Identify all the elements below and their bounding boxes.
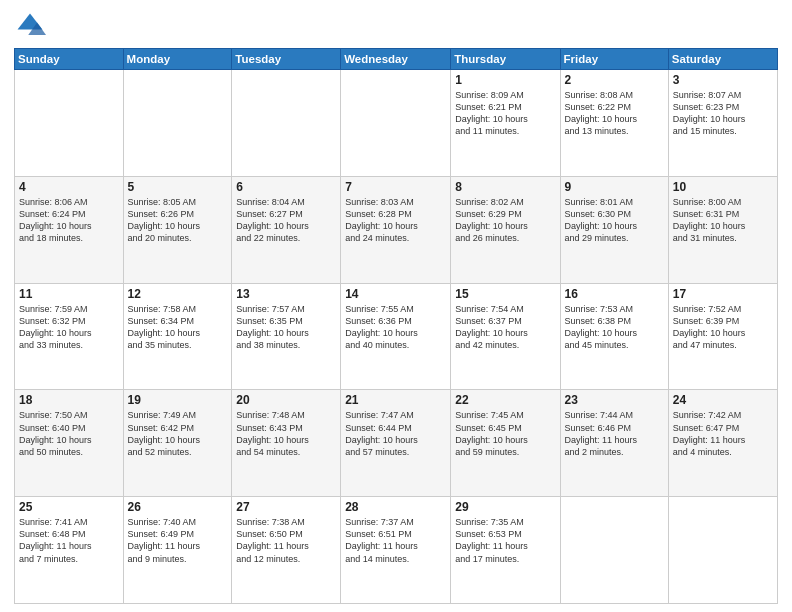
day-number: 27 [236,500,336,514]
day-number: 11 [19,287,119,301]
day-number: 1 [455,73,555,87]
day-number: 8 [455,180,555,194]
calendar-cell [15,70,124,177]
calendar-cell [232,70,341,177]
calendar-cell: 18Sunrise: 7:50 AM Sunset: 6:40 PM Dayli… [15,390,124,497]
calendar-table: SundayMondayTuesdayWednesdayThursdayFrid… [14,48,778,604]
day-info: Sunrise: 7:37 AM Sunset: 6:51 PM Dayligh… [345,516,446,565]
calendar-cell: 5Sunrise: 8:05 AM Sunset: 6:26 PM Daylig… [123,176,232,283]
day-info: Sunrise: 7:57 AM Sunset: 6:35 PM Dayligh… [236,303,336,352]
calendar-cell: 21Sunrise: 7:47 AM Sunset: 6:44 PM Dayli… [341,390,451,497]
calendar-cell: 4Sunrise: 8:06 AM Sunset: 6:24 PM Daylig… [15,176,124,283]
logo-icon [14,10,46,42]
day-info: Sunrise: 7:52 AM Sunset: 6:39 PM Dayligh… [673,303,773,352]
calendar-cell [123,70,232,177]
day-number: 3 [673,73,773,87]
day-number: 22 [455,393,555,407]
day-number: 28 [345,500,446,514]
day-info: Sunrise: 8:08 AM Sunset: 6:22 PM Dayligh… [565,89,664,138]
day-info: Sunrise: 8:05 AM Sunset: 6:26 PM Dayligh… [128,196,228,245]
week-row-5: 25Sunrise: 7:41 AM Sunset: 6:48 PM Dayli… [15,497,778,604]
day-info: Sunrise: 8:04 AM Sunset: 6:27 PM Dayligh… [236,196,336,245]
logo [14,10,50,42]
day-number: 19 [128,393,228,407]
day-info: Sunrise: 7:45 AM Sunset: 6:45 PM Dayligh… [455,409,555,458]
calendar-cell: 12Sunrise: 7:58 AM Sunset: 6:34 PM Dayli… [123,283,232,390]
day-number: 25 [19,500,119,514]
day-info: Sunrise: 7:41 AM Sunset: 6:48 PM Dayligh… [19,516,119,565]
day-number: 26 [128,500,228,514]
calendar-body: 1Sunrise: 8:09 AM Sunset: 6:21 PM Daylig… [15,70,778,604]
calendar-cell: 15Sunrise: 7:54 AM Sunset: 6:37 PM Dayli… [451,283,560,390]
day-number: 13 [236,287,336,301]
day-header-wednesday: Wednesday [341,49,451,70]
calendar-cell: 25Sunrise: 7:41 AM Sunset: 6:48 PM Dayli… [15,497,124,604]
day-info: Sunrise: 7:59 AM Sunset: 6:32 PM Dayligh… [19,303,119,352]
calendar-cell: 7Sunrise: 8:03 AM Sunset: 6:28 PM Daylig… [341,176,451,283]
calendar-cell: 22Sunrise: 7:45 AM Sunset: 6:45 PM Dayli… [451,390,560,497]
calendar-cell: 3Sunrise: 8:07 AM Sunset: 6:23 PM Daylig… [668,70,777,177]
day-info: Sunrise: 8:02 AM Sunset: 6:29 PM Dayligh… [455,196,555,245]
calendar-cell: 28Sunrise: 7:37 AM Sunset: 6:51 PM Dayli… [341,497,451,604]
week-row-2: 4Sunrise: 8:06 AM Sunset: 6:24 PM Daylig… [15,176,778,283]
day-header-sunday: Sunday [15,49,124,70]
day-info: Sunrise: 8:03 AM Sunset: 6:28 PM Dayligh… [345,196,446,245]
header [14,10,778,42]
day-info: Sunrise: 7:44 AM Sunset: 6:46 PM Dayligh… [565,409,664,458]
week-row-4: 18Sunrise: 7:50 AM Sunset: 6:40 PM Dayli… [15,390,778,497]
calendar-cell: 13Sunrise: 7:57 AM Sunset: 6:35 PM Dayli… [232,283,341,390]
day-info: Sunrise: 7:53 AM Sunset: 6:38 PM Dayligh… [565,303,664,352]
day-info: Sunrise: 8:09 AM Sunset: 6:21 PM Dayligh… [455,89,555,138]
calendar-cell: 9Sunrise: 8:01 AM Sunset: 6:30 PM Daylig… [560,176,668,283]
day-number: 10 [673,180,773,194]
day-info: Sunrise: 7:42 AM Sunset: 6:47 PM Dayligh… [673,409,773,458]
calendar-cell: 20Sunrise: 7:48 AM Sunset: 6:43 PM Dayli… [232,390,341,497]
calendar-cell: 2Sunrise: 8:08 AM Sunset: 6:22 PM Daylig… [560,70,668,177]
day-number: 24 [673,393,773,407]
day-number: 15 [455,287,555,301]
day-number: 18 [19,393,119,407]
day-info: Sunrise: 8:07 AM Sunset: 6:23 PM Dayligh… [673,89,773,138]
day-number: 14 [345,287,446,301]
day-info: Sunrise: 7:58 AM Sunset: 6:34 PM Dayligh… [128,303,228,352]
day-header-friday: Friday [560,49,668,70]
calendar-cell: 11Sunrise: 7:59 AM Sunset: 6:32 PM Dayli… [15,283,124,390]
day-header-thursday: Thursday [451,49,560,70]
calendar-cell: 26Sunrise: 7:40 AM Sunset: 6:49 PM Dayli… [123,497,232,604]
day-info: Sunrise: 7:40 AM Sunset: 6:49 PM Dayligh… [128,516,228,565]
calendar-cell: 24Sunrise: 7:42 AM Sunset: 6:47 PM Dayli… [668,390,777,497]
day-info: Sunrise: 7:35 AM Sunset: 6:53 PM Dayligh… [455,516,555,565]
week-row-1: 1Sunrise: 8:09 AM Sunset: 6:21 PM Daylig… [15,70,778,177]
calendar-cell: 10Sunrise: 8:00 AM Sunset: 6:31 PM Dayli… [668,176,777,283]
day-number: 17 [673,287,773,301]
calendar-cell: 16Sunrise: 7:53 AM Sunset: 6:38 PM Dayli… [560,283,668,390]
day-info: Sunrise: 7:50 AM Sunset: 6:40 PM Dayligh… [19,409,119,458]
day-number: 23 [565,393,664,407]
day-number: 29 [455,500,555,514]
header-row: SundayMondayTuesdayWednesdayThursdayFrid… [15,49,778,70]
day-number: 16 [565,287,664,301]
calendar-cell: 6Sunrise: 8:04 AM Sunset: 6:27 PM Daylig… [232,176,341,283]
week-row-3: 11Sunrise: 7:59 AM Sunset: 6:32 PM Dayli… [15,283,778,390]
day-info: Sunrise: 7:38 AM Sunset: 6:50 PM Dayligh… [236,516,336,565]
calendar-cell: 29Sunrise: 7:35 AM Sunset: 6:53 PM Dayli… [451,497,560,604]
calendar-cell: 1Sunrise: 8:09 AM Sunset: 6:21 PM Daylig… [451,70,560,177]
day-info: Sunrise: 7:47 AM Sunset: 6:44 PM Dayligh… [345,409,446,458]
calendar-cell: 8Sunrise: 8:02 AM Sunset: 6:29 PM Daylig… [451,176,560,283]
calendar-cell [341,70,451,177]
day-header-saturday: Saturday [668,49,777,70]
calendar-cell: 14Sunrise: 7:55 AM Sunset: 6:36 PM Dayli… [341,283,451,390]
calendar-cell: 19Sunrise: 7:49 AM Sunset: 6:42 PM Dayli… [123,390,232,497]
day-header-monday: Monday [123,49,232,70]
day-info: Sunrise: 8:00 AM Sunset: 6:31 PM Dayligh… [673,196,773,245]
calendar-cell [668,497,777,604]
day-number: 7 [345,180,446,194]
day-info: Sunrise: 8:06 AM Sunset: 6:24 PM Dayligh… [19,196,119,245]
day-info: Sunrise: 7:54 AM Sunset: 6:37 PM Dayligh… [455,303,555,352]
day-info: Sunrise: 7:49 AM Sunset: 6:42 PM Dayligh… [128,409,228,458]
day-number: 9 [565,180,664,194]
calendar-cell: 27Sunrise: 7:38 AM Sunset: 6:50 PM Dayli… [232,497,341,604]
day-info: Sunrise: 7:48 AM Sunset: 6:43 PM Dayligh… [236,409,336,458]
day-number: 4 [19,180,119,194]
day-number: 6 [236,180,336,194]
